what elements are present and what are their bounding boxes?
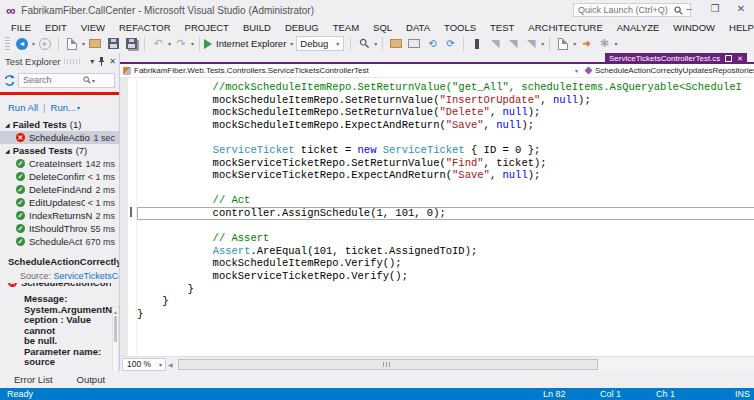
previous-bookmark-button[interactable]: ◥ bbox=[487, 36, 503, 52]
code-line[interactable]: // Assert bbox=[137, 232, 754, 245]
close-panel-icon[interactable]: ✕ bbox=[109, 57, 116, 66]
document-tab[interactable]: ServiceTicketsControllerTest.cs ✕ bbox=[605, 53, 747, 64]
bookmark-overflow-icon[interactable]: ▾ bbox=[541, 40, 544, 47]
code-line[interactable] bbox=[137, 220, 754, 233]
run-menu-dropdown-icon[interactable]: ▾ bbox=[77, 104, 80, 111]
source-link[interactable]: ServiceTicketsControll bbox=[54, 271, 119, 281]
menu-analyze[interactable]: ANALYZE bbox=[610, 22, 667, 33]
undo-button[interactable]: ↶ bbox=[150, 36, 166, 52]
code-line[interactable]: // Act bbox=[137, 194, 754, 207]
code-line[interactable]: } bbox=[137, 308, 754, 321]
settings-gear-icon[interactable]: ✱ bbox=[596, 36, 612, 52]
run-menu-link[interactable]: Run... bbox=[51, 102, 76, 113]
menu-data[interactable]: DATA bbox=[399, 22, 437, 33]
menu-refactor[interactable]: REFACTOR bbox=[112, 22, 178, 33]
shelve-changes-button[interactable]: ⟲ bbox=[424, 36, 440, 52]
code-line[interactable]: mockServiceTicketRepo.SetReturnValue("Fi… bbox=[137, 157, 754, 170]
menu-tools[interactable]: TOOLS bbox=[437, 22, 483, 33]
test-item[interactable]: ✓EditUpdatesCusto...< 1 ms bbox=[0, 196, 119, 209]
redo-dropdown-icon[interactable]: ▾ bbox=[191, 40, 194, 47]
bottom-tab-error-list[interactable]: Error List bbox=[0, 374, 63, 385]
code-line[interactable]: mockScheduleItemRepo.SetReturnValue("Ins… bbox=[137, 94, 754, 107]
window-position-icon[interactable]: ▾ bbox=[90, 57, 94, 66]
test-group-header[interactable]: ◢Failed Tests(1) bbox=[0, 118, 119, 131]
code-lines[interactable]: //mockScheduleItemRepo.SetReturnValue("g… bbox=[137, 78, 754, 356]
code-line[interactable] bbox=[137, 131, 754, 144]
next-bookmark-button[interactable]: ◥ bbox=[505, 36, 521, 52]
new-file-dropdown-icon[interactable]: ▾ bbox=[82, 40, 85, 47]
code-line[interactable]: } bbox=[137, 283, 754, 296]
class-dropdown[interactable]: FabrikamFiber.Web.Tests.Controllers.Serv… bbox=[120, 64, 582, 77]
work-items-button[interactable] bbox=[406, 36, 422, 52]
minimize-button[interactable]: – bbox=[680, 1, 698, 17]
redo-button[interactable]: ↷ bbox=[173, 36, 189, 52]
quick-launch-box[interactable] bbox=[573, 3, 691, 17]
menu-architecture[interactable]: ARCHITECTURE bbox=[521, 22, 609, 33]
test-search-box[interactable]: ▾ bbox=[18, 73, 115, 88]
new-file-button[interactable] bbox=[64, 36, 80, 52]
menu-debug[interactable]: DEBUG bbox=[278, 22, 326, 33]
test-search-input[interactable] bbox=[23, 75, 83, 85]
code-line[interactable]: Assert.AreEqual(101, ticket.AssignedToID… bbox=[137, 245, 754, 258]
panel-drag-texture[interactable] bbox=[64, 59, 82, 64]
clear-bookmarks-button[interactable]: ◥ bbox=[523, 36, 539, 52]
toolbar-overflow-icon[interactable]: ▾ bbox=[374, 40, 377, 47]
code-line[interactable] bbox=[137, 182, 754, 195]
run-after-build-icon[interactable] bbox=[4, 75, 15, 86]
run-target-dropdown-icon[interactable]: ▾ bbox=[290, 40, 293, 47]
navigate-backward-button[interactable]: ◂ bbox=[14, 36, 30, 52]
close-button[interactable]: ✕ bbox=[732, 1, 750, 17]
run-target-label[interactable]: Internet Explorer bbox=[216, 38, 286, 49]
code-line[interactable]: mockServiceTicketRepo.ExpectAndReturn("S… bbox=[137, 169, 754, 182]
navigate-backward-dropdown-icon[interactable]: ▾ bbox=[32, 40, 35, 47]
code-line[interactable]: mockScheduleItemRepo.ExpectAndReturn("Sa… bbox=[137, 119, 754, 132]
method-dropdown[interactable]: ScheduleActionCorrectlyUpdatesRepositori… bbox=[582, 64, 754, 77]
menu-file[interactable]: FILE bbox=[4, 22, 38, 33]
find-in-files-button[interactable] bbox=[356, 36, 372, 52]
toolbar-grip[interactable] bbox=[5, 37, 10, 51]
menu-help[interactable]: HELP bbox=[722, 22, 754, 33]
search-options-icon[interactable]: ▾ bbox=[92, 77, 95, 84]
details-scrollbar[interactable]: ▲ ▼ bbox=[112, 307, 119, 371]
view-outline-button[interactable] bbox=[555, 36, 571, 52]
test-item[interactable]: ✓DeleteFindAndRetur...2 ms bbox=[0, 183, 119, 196]
solution-configuration-combo[interactable]: Debug ▾ bbox=[296, 36, 344, 51]
editor-horizontal-scrollbar[interactable]: ◀ ▶ bbox=[168, 358, 754, 371]
open-file-button[interactable] bbox=[87, 36, 103, 52]
code-editor[interactable]: //mockScheduleItemRepo.SetReturnValue("g… bbox=[120, 78, 754, 356]
navigate-forward-button[interactable]: ▸ bbox=[37, 36, 53, 52]
toggle-bookmark-button[interactable] bbox=[469, 36, 485, 52]
code-line[interactable]: mockServiceTicketRepo.Verify(); bbox=[137, 270, 754, 283]
step-button[interactable]: ➜ bbox=[578, 36, 594, 52]
code-line[interactable]: } bbox=[137, 295, 754, 308]
unshelve-changes-button[interactable]: ⟳ bbox=[442, 36, 458, 52]
test-group-header[interactable]: ◢Passed Tests(7) bbox=[0, 144, 119, 157]
menu-window[interactable]: WINDOW bbox=[666, 22, 722, 33]
breakpoint-margin[interactable] bbox=[120, 78, 128, 356]
undo-dropdown-icon[interactable]: ▾ bbox=[168, 40, 171, 47]
tab-close-icon[interactable]: ✕ bbox=[737, 55, 743, 63]
pin-icon[interactable] bbox=[98, 57, 105, 66]
zoom-combo[interactable]: 100 % ▾ bbox=[122, 358, 166, 371]
save-button[interactable] bbox=[105, 36, 121, 52]
quick-launch-input[interactable] bbox=[578, 5, 674, 15]
menu-test[interactable]: TEST bbox=[483, 22, 521, 33]
code-line[interactable]: ServiceTicket ticket = new ServiceTicket… bbox=[137, 144, 754, 157]
bottom-tab-output[interactable]: Output bbox=[63, 374, 116, 385]
run-all-link[interactable]: Run All bbox=[8, 102, 38, 113]
save-all-button[interactable] bbox=[123, 36, 139, 52]
test-item[interactable]: ✓DeleteConfirmedD...< 1 ms bbox=[0, 170, 119, 183]
menu-edit[interactable]: EDIT bbox=[38, 22, 74, 33]
test-item[interactable]: ✓ItShouldThrowExce...55 ms bbox=[0, 222, 119, 235]
restore-button[interactable]: ❐ bbox=[706, 1, 724, 17]
compare-folder-button[interactable] bbox=[388, 36, 404, 52]
test-item[interactable]: ✓IndexReturnsNonNul...2 ms bbox=[0, 209, 119, 222]
start-debugging-icon[interactable] bbox=[204, 39, 212, 49]
view-outline-dropdown-icon[interactable]: ▾ bbox=[573, 40, 576, 47]
code-line[interactable]: mockScheduleItemRepo.Verify(); bbox=[137, 257, 754, 270]
code-line[interactable]: mockScheduleItemRepo.SetReturnValue("Del… bbox=[137, 106, 754, 119]
toolbar-overflow2-icon[interactable]: ▾ bbox=[614, 40, 617, 47]
menu-sql[interactable]: SQL bbox=[366, 22, 399, 33]
menu-view[interactable]: VIEW bbox=[74, 22, 112, 33]
test-item[interactable]: ✕ScheduleActionCorre...1 sec bbox=[0, 131, 119, 144]
